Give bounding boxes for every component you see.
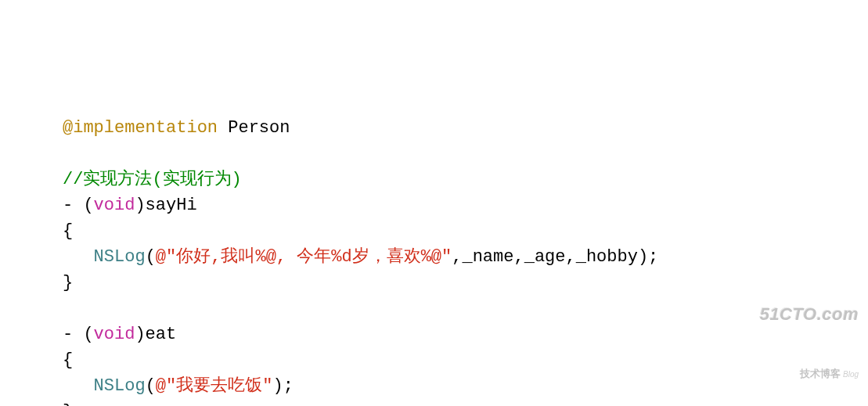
code-line-brace-close-2: } <box>63 399 821 406</box>
method-name-eat: )eat <box>135 325 176 344</box>
watermark-blog: Blog <box>843 370 859 379</box>
code-line-method-eat: - (void)eat <box>63 322 821 347</box>
code-line-blank-1 <box>63 141 821 167</box>
watermark-text: 技术博客 <box>800 368 841 379</box>
method-name-sayhi: )sayHi <box>135 196 196 215</box>
class-name-person: Person <box>228 118 290 138</box>
code-line-nslog-2: NSLog(@"我要去吃饭"); <box>63 373 821 399</box>
string-literal-1: @"你好,我叫%@, 今年%d岁，喜欢%@" <box>156 247 452 267</box>
watermark-domain: 51CTO.com <box>760 305 859 324</box>
args-2: ); <box>272 376 293 396</box>
comment-text: //实现方法(实现行为) <box>63 170 242 189</box>
code-line-nslog-1: NSLog(@"你好,我叫%@, 今年%d岁，喜欢%@",_name,_age,… <box>63 244 821 270</box>
method-prefix-2: - ( <box>63 325 94 344</box>
code-line-brace-close-1: } <box>63 270 821 296</box>
return-type-void: void <box>94 196 135 215</box>
func-nslog-1: NSLog <box>94 247 146 267</box>
code-line-blank-2 <box>63 296 821 322</box>
string-literal-2: @"我要去吃饭" <box>156 376 273 396</box>
code-line-1: @implementation Person <box>63 115 821 141</box>
watermark: 51CTO.com 技术博客Blog <box>760 268 859 400</box>
return-type-void-2: void <box>94 325 135 344</box>
code-line-method-sayhi: - (void)sayHi <box>63 192 821 218</box>
args-1: ,_name,_age,_hobby); <box>452 247 658 267</box>
code-line-brace-open-1: { <box>63 218 821 244</box>
code-line-brace-open-2: { <box>63 347 821 373</box>
code-block: @implementation Person //实现方法(实现行为)- (vo… <box>63 115 821 406</box>
directive-implementation: @implementation <box>63 118 218 138</box>
func-nslog-2: NSLog <box>94 376 146 396</box>
code-line-comment: //实现方法(实现行为) <box>63 167 821 192</box>
method-prefix: - ( <box>63 196 94 215</box>
